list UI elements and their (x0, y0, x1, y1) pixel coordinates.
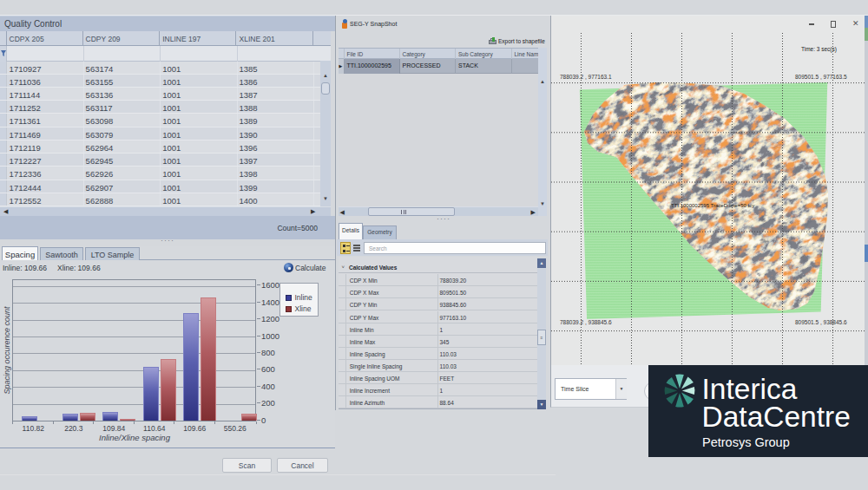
svg-text:788039.2 , 977163.1: 788039.2 , 977163.1 (560, 74, 612, 80)
svg-text:788039.2 , 938845.6: 788039.2 , 938845.6 (560, 319, 612, 325)
svg-text:TTI.1000002595 TraceDome=50 tc: TTI.1000002595 TraceDome=50 tcy (671, 203, 754, 208)
svg-text:809501.5 , 977163.5: 809501.5 , 977163.5 (795, 74, 847, 80)
svg-text:809501.5 , 938845.6: 809501.5 , 938845.6 (795, 319, 847, 325)
